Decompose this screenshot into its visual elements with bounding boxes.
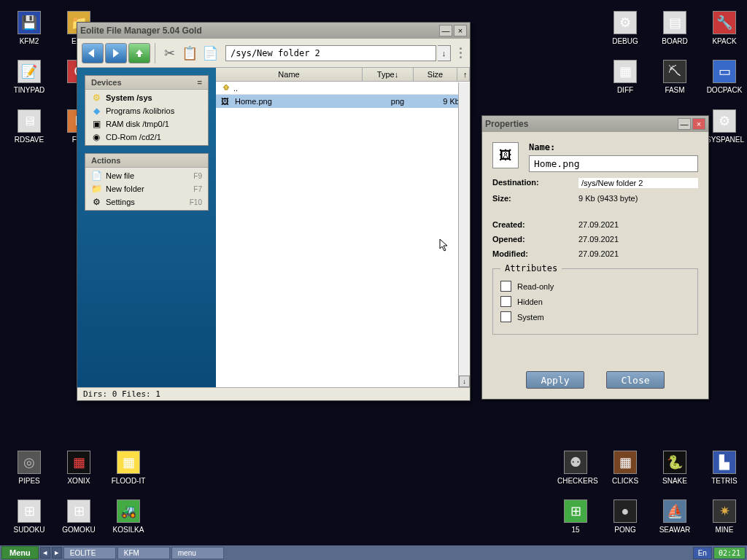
col-name[interactable]: Name — [216, 68, 363, 81]
name-label: Name: — [529, 142, 698, 152]
cut-icon[interactable]: ✂ — [160, 43, 179, 63]
fm-title: Eolite File Manager 5.04 Gold — [80, 26, 438, 36]
apply-button[interactable]: Apply — [526, 371, 584, 389]
system-checkbox[interactable] — [500, 311, 511, 322]
desktop-icon-seawar[interactable]: ⛵SEAWAR — [657, 499, 693, 534]
language-indicator[interactable]: En — [693, 547, 712, 559]
desktop-icon-kosilka[interactable]: 🚜KOSILKA — [110, 499, 147, 534]
hidden-checkbox[interactable] — [500, 296, 511, 307]
attributes-fieldset: Attributes Read-only Hidden System — [492, 268, 698, 335]
file-listing: Name Type↓ Size ↑ .. 🖼 Home.png png 9 Kb — [216, 68, 470, 387]
up-folder-icon — [219, 82, 233, 94]
action-settings[interactable]: ⚙SettingsF10 — [85, 195, 208, 209]
desktop-icon-docpack[interactable]: ▭DOCPACK — [706, 60, 743, 94]
close-dialog-button[interactable]: Close — [606, 371, 665, 389]
file-thumbnail-icon: 🖼 — [492, 142, 519, 168]
created-value: 27.09.2021 — [578, 220, 698, 229]
devices-panel: Devices= ⚙System /sys ◆Programs /kolibri… — [85, 75, 209, 146]
column-headers: Name Type↓ Size ↑ — [216, 68, 470, 82]
taskbar: Menu ◄ ► EOLITE KFM menu En 02:21 — [0, 545, 747, 560]
more-menu-icon[interactable] — [455, 47, 465, 58]
device-system[interactable]: ⚙System /sys — [85, 91, 208, 104]
properties-window: Properties — × 🖼 Name: Destination:/sys/… — [481, 115, 709, 400]
desktop-icon-sudoku[interactable]: ⊞SUDOKU — [11, 499, 47, 534]
close-button[interactable]: × — [454, 25, 467, 36]
task-prev-icon[interactable]: ◄ — [40, 547, 50, 559]
devices-header: Devices — [91, 78, 122, 87]
name-input[interactable] — [529, 155, 698, 172]
desktop-icon-kpack[interactable]: 🔧KPACK — [706, 11, 743, 45]
desktop-icon-pong[interactable]: ●PONG — [607, 499, 643, 534]
desktop-icon-fasm[interactable]: ⛏FASM — [657, 60, 693, 94]
desktop-icon-checkers[interactable]: ⚉CHECKERS — [557, 451, 594, 485]
task-menu[interactable]: menu — [171, 547, 224, 559]
desktop-icon-mine[interactable]: ✷MINE — [706, 499, 743, 534]
devices-collapse-icon[interactable]: = — [198, 78, 202, 87]
modified-value: 27.09.2021 — [578, 249, 698, 258]
readonly-checkbox[interactable] — [500, 281, 511, 292]
desktop-icon-floodit[interactable]: ▦FLOOD-IT — [110, 451, 147, 485]
scroll-down-icon[interactable]: ↓ — [459, 376, 470, 387]
device-programs[interactable]: ◆Programs /kolibrios — [85, 104, 208, 117]
forward-button[interactable] — [105, 43, 127, 63]
fm-sidebar: Devices= ⚙System /sys ◆Programs /kolibri… — [77, 68, 216, 387]
paste-icon[interactable]: 📄 — [201, 43, 220, 63]
file-row[interactable]: 🖼 Home.png png 9 Kb — [216, 95, 470, 108]
task-eolite[interactable]: EOLITE — [63, 547, 116, 559]
file-manager-window: Eolite File Manager 5.04 Gold — × ✂ 📋 📄 … — [77, 22, 471, 401]
desktop-icon-debug[interactable]: ⚙DEBUG — [607, 11, 643, 45]
actions-header: Actions — [91, 156, 120, 165]
parent-dir-row[interactable]: .. — [216, 82, 470, 95]
opened-value: 27.09.2021 — [578, 235, 698, 244]
desktop-icon-board[interactable]: ▤BOARD — [657, 11, 693, 45]
props-titlebar[interactable]: Properties — × — [482, 116, 708, 132]
desktop-icon-snake[interactable]: 🐍SNAKE — [657, 451, 693, 485]
col-type[interactable]: Type↓ — [363, 68, 414, 81]
destination-value: /sys/New folder 2 — [578, 178, 698, 188]
start-menu-button[interactable]: Menu — [1, 546, 39, 559]
desktop-icon-tinypad[interactable]: 📝TINYPAD — [11, 60, 47, 94]
props-minimize-button[interactable]: — — [678, 118, 691, 130]
action-new-folder[interactable]: 📁New folderF7 — [85, 182, 208, 195]
props-title: Properties — [485, 119, 676, 129]
size-value: 9 Kb (9433 byte) — [578, 194, 698, 203]
desktop-icon-pipes[interactable]: ◎PIPES — [11, 451, 47, 485]
actions-panel: Actions 📄New fileF9 📁New folderF7 ⚙Setti… — [85, 153, 209, 211]
address-bar[interactable]: /sys/New folder 2 — [225, 45, 436, 61]
minimize-button[interactable]: — — [439, 25, 452, 36]
desktop-icon-clicks[interactable]: ▦CLICKS — [607, 451, 643, 485]
clock[interactable]: 02:21 — [713, 547, 746, 559]
desktop-icon-15[interactable]: ⊞15 — [557, 499, 594, 534]
col-size[interactable]: Size — [414, 68, 457, 81]
fm-titlebar[interactable]: Eolite File Manager 5.04 Gold — × — [77, 23, 470, 39]
address-dropdown[interactable]: ↓ — [438, 45, 451, 61]
task-kfm[interactable]: KFM — [117, 547, 170, 559]
desktop-icon-tetris[interactable]: ▙TETRIS — [706, 451, 743, 485]
fm-statusbar: Dirs: 0 Files: 1 — [77, 387, 470, 400]
copy-icon[interactable]: 📋 — [180, 43, 199, 63]
image-file-icon: 🖼 — [219, 96, 231, 107]
col-scroll-up-icon[interactable]: ↑ — [457, 68, 470, 81]
desktop-icon-rdsave[interactable]: 🖥RDSAVE — [11, 109, 47, 144]
desktop-icon-kfm2[interactable]: 💾KFM2 — [11, 11, 47, 45]
desktop-icon-gomoku[interactable]: ⊞GOMOKU — [61, 499, 97, 534]
desktop-icon-xonix[interactable]: ▦XONIX — [61, 451, 97, 485]
file-scrollbar[interactable]: ↓ — [458, 82, 470, 387]
desktop-icon-diff[interactable]: ▦DIFF — [607, 60, 643, 94]
device-cdrom[interactable]: ◉CD-Rom /cd2/1 — [85, 131, 208, 144]
desktop[interactable]: 💾KFM2 📝TINYPAD 🖥RDSAVE 📁EOL C FFB2 ⚙DEBU… — [0, 0, 747, 560]
action-new-file[interactable]: 📄New fileF9 — [85, 169, 208, 182]
fm-toolbar: ✂ 📋 📄 /sys/New folder 2 ↓ — [77, 39, 470, 68]
props-close-button[interactable]: × — [692, 118, 705, 130]
back-button[interactable] — [82, 43, 104, 63]
up-button[interactable] — [128, 43, 150, 63]
desktop-icon-syspanel[interactable]: ⚙SYSPANEL — [706, 109, 743, 144]
task-next-icon[interactable]: ► — [52, 547, 62, 559]
device-ramdisk[interactable]: ▣RAM disk /tmp0/1 — [85, 117, 208, 131]
